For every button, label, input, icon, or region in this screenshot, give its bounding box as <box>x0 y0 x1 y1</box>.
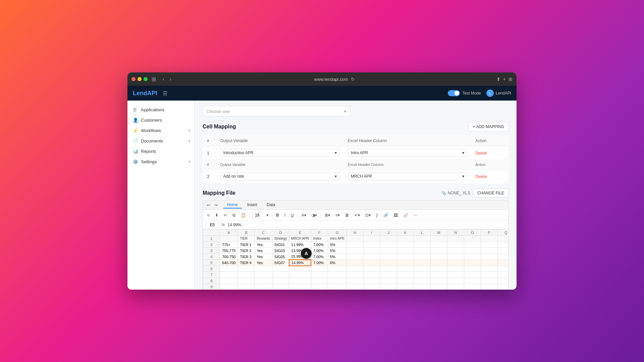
sidebar-toggle-icon[interactable]: ⊞ <box>152 76 156 82</box>
grid-cell[interactable]: 7.00% <box>311 242 328 248</box>
grid-cell[interactable] <box>447 242 464 248</box>
grid-cell[interactable] <box>464 248 481 254</box>
clear-content-btn[interactable]: 🗑 <box>343 212 351 218</box>
grid-cell[interactable]: TIER 3 <box>238 254 255 260</box>
grid-cell[interactable] <box>464 272 481 278</box>
grid-cell[interactable] <box>481 284 497 290</box>
grid-cell[interactable] <box>447 284 464 290</box>
grid-cell[interactable] <box>220 272 238 278</box>
grid-cell[interactable] <box>346 236 363 242</box>
borders-btn[interactable]: ⊞▾ <box>323 212 332 218</box>
grid-cell[interactable]: MRCH APR <box>289 236 311 242</box>
add-mapping-button[interactable]: + ADD MAPPING <box>468 122 508 131</box>
output-variable-select[interactable]: Introduction APR ▾ <box>220 149 340 157</box>
grid-cell[interactable] <box>430 236 447 242</box>
grid-cell[interactable] <box>255 278 272 284</box>
grid-cell[interactable]: TIER 1 <box>238 242 255 248</box>
grid-cell[interactable] <box>430 266 447 272</box>
grid-cell[interactable] <box>272 266 289 272</box>
url-display[interactable]: www.lendapi.com <box>314 77 348 82</box>
grid-cell[interactable] <box>328 266 346 272</box>
output-variable-select-2[interactable]: Add on rate ▾ <box>220 172 340 180</box>
text-color-btn[interactable]: A▾ <box>300 212 308 218</box>
grid-cell[interactable] <box>481 236 497 242</box>
cell-ref-input[interactable] <box>206 222 219 228</box>
grid-cell[interactable] <box>380 236 397 242</box>
grid-cell[interactable]: TIER <box>238 236 255 242</box>
grid-cell[interactable] <box>346 284 363 290</box>
grid-cell[interactable]: SIG03 <box>272 248 289 254</box>
grid-cell[interactable] <box>447 248 464 254</box>
grid-cell[interactable] <box>397 272 414 278</box>
grid-cell[interactable]: Yes <box>255 254 272 260</box>
grid-cell[interactable] <box>430 242 447 248</box>
grid-cell[interactable] <box>397 260 414 266</box>
grid-cell[interactable] <box>289 266 311 272</box>
grid-cell[interactable] <box>346 272 363 278</box>
grid-cell[interactable] <box>346 260 363 266</box>
grid-cell[interactable] <box>380 248 397 254</box>
grid-cell[interactable] <box>397 254 414 260</box>
grid-cell[interactable] <box>328 272 346 278</box>
grid-cell[interactable]: 7.00% <box>311 260 328 266</box>
cut-btn[interactable]: ✂ <box>222 212 229 218</box>
grid-cell[interactable] <box>430 272 447 278</box>
grid-cell[interactable]: 7.00% <box>311 254 328 260</box>
grid-cell[interactable] <box>363 266 380 272</box>
grid-cell[interactable] <box>447 236 464 242</box>
grid-cell[interactable] <box>497 284 508 290</box>
grid-cell[interactable]: SIG01 <box>272 242 289 248</box>
grid-cell[interactable] <box>497 260 508 266</box>
grid-cell[interactable] <box>220 284 238 290</box>
grid-cell[interactable] <box>397 284 414 290</box>
font-size-chevron[interactable]: ▾ <box>265 212 270 218</box>
excel-header-select[interactable]: Intro APR ▾ <box>348 149 467 157</box>
reload-icon[interactable]: ↻ <box>351 76 355 82</box>
chart-btn[interactable]: 📈 <box>401 212 410 218</box>
formula-btn[interactable]: ƒ <box>374 212 380 218</box>
delete-link-2[interactable]: Delete <box>475 174 487 179</box>
grid-cell[interactable]: 7.00% <box>311 248 328 254</box>
grid-cell[interactable] <box>481 272 497 278</box>
undo-button[interactable]: ↩ <box>206 202 212 208</box>
highlight-btn[interactable]: ◑▾ <box>310 212 319 218</box>
grid-cell[interactable] <box>380 254 397 260</box>
delete-link[interactable]: Delete <box>475 151 487 156</box>
forward-button[interactable]: › <box>168 76 173 82</box>
grid-cell[interactable]: Yes <box>255 242 272 248</box>
link-btn[interactable]: 🔗 <box>382 212 390 218</box>
grid-cell[interactable]: 14.99% <box>289 260 311 266</box>
tab-data[interactable]: Data <box>263 202 279 208</box>
download-btn[interactable]: ⬇ <box>213 212 220 218</box>
grid-cell[interactable] <box>220 278 238 284</box>
grid-cell[interactable]: 700-750 <box>220 254 238 260</box>
grid-cell[interactable]: Index <box>311 236 328 242</box>
change-file-button[interactable]: CHANGE FILE <box>473 189 508 197</box>
extensions-icon[interactable]: ⊞ <box>508 76 513 82</box>
grid-cell[interactable] <box>380 242 397 248</box>
grid-cell[interactable] <box>346 242 363 248</box>
grid-cell[interactable] <box>397 242 414 248</box>
grid-cell[interactable] <box>497 236 508 242</box>
grid-cell[interactable] <box>481 266 497 272</box>
sidebar-item-reports[interactable]: 📊 Reports <box>127 146 194 157</box>
font-size-input[interactable] <box>252 212 263 218</box>
clear-btn[interactable]: ⎋ <box>206 212 211 218</box>
grid-cell[interactable]: Rewards <box>255 236 272 242</box>
grid-cell[interactable]: SIG07 <box>272 260 289 266</box>
new-tab-icon[interactable]: + <box>503 76 506 82</box>
grid-cell[interactable] <box>363 242 380 248</box>
grid-cell[interactable] <box>464 260 481 266</box>
grid-cell[interactable] <box>447 260 464 266</box>
underline-btn[interactable]: U <box>289 212 296 218</box>
grid-cell[interactable] <box>346 266 363 272</box>
grid-cell[interactable] <box>346 278 363 284</box>
grid-cell[interactable] <box>238 266 255 272</box>
grid-cell[interactable] <box>255 284 272 290</box>
grid-cell[interactable] <box>464 242 481 248</box>
sidebar-item-settings[interactable]: ⚙️ Settings ▾ <box>127 157 194 167</box>
grid-cell[interactable] <box>430 248 447 254</box>
grid-cell[interactable] <box>363 260 380 266</box>
grid-cell[interactable] <box>363 272 380 278</box>
grid-cell[interactable] <box>346 254 363 260</box>
